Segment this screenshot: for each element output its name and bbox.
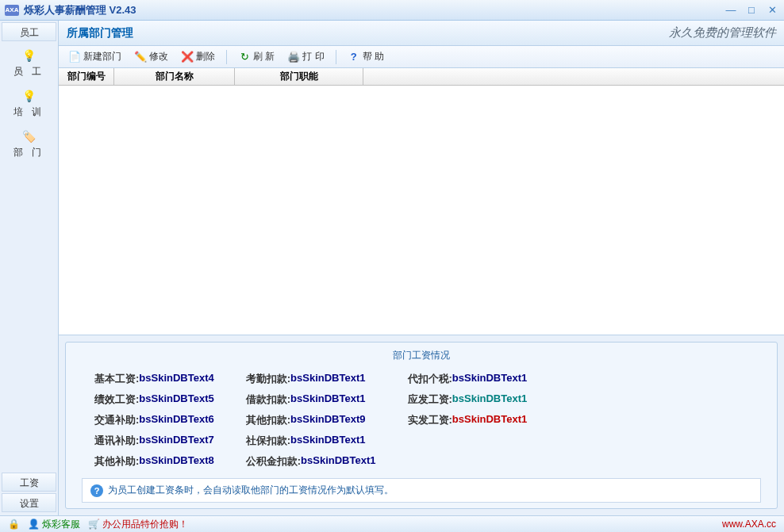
sidebar-item-settings[interactable]: 设置 [2, 493, 56, 512]
refresh-icon: ↻ [238, 51, 251, 63]
salary-value: bsSkinDBText5 [139, 392, 213, 407]
edit-button[interactable]: ✏️ 修改 [129, 48, 173, 65]
promo-link[interactable]: 🛒 办公用品特价抢购！ [88, 518, 188, 531]
help-button[interactable]: ? 帮 助 [343, 48, 389, 65]
button-label: 删除 [196, 50, 215, 63]
salary-row: 通讯补助:bsSkinDBText7 [94, 434, 214, 448]
hint-text: 为员工创建工资条时，会自动读取他部门的工资情况作为默认填写。 [108, 484, 394, 497]
app-icon: AXA [5, 5, 19, 16]
salary-row: 借款扣款:bsSkinDBText1 [246, 392, 376, 407]
column-header-name[interactable]: 部门名称 [114, 68, 235, 85]
bulb-icon: 💡 [23, 49, 36, 62]
bulb-icon: 💡 [23, 90, 36, 102]
salary-value: bsSkinDBText1 [452, 413, 527, 427]
sidebar-item-employee[interactable]: 💡 员 工 [13, 49, 44, 78]
salary-value: bsSkinDBText9 [290, 413, 365, 427]
table-body [59, 86, 784, 335]
salary-label: 考勤扣款: [246, 372, 290, 386]
sidebar-item-training[interactable]: 💡 培 训 [13, 90, 44, 119]
print-button[interactable]: 🖨️ 打 印 [282, 48, 329, 65]
salary-row: 公积金扣款:bsSkinDBText1 [246, 454, 376, 469]
page-slogan: 永久免费的管理软件 [669, 25, 776, 40]
salary-panel: 部门工资情况 基本工资:bsSkinDBText4绩效工资:bsSkinDBTe… [65, 342, 778, 509]
minimize-button[interactable]: — [724, 5, 738, 16]
sidebar-item-label: 部 门 [13, 146, 44, 159]
separator [226, 50, 227, 64]
sidebar-item-label: 员 工 [13, 65, 44, 78]
separator [336, 50, 336, 64]
tag-icon: 🏷️ [23, 130, 36, 143]
status-bar: 🔒 👤 烁彩客服 🛒 办公用品特价抢购！ www.AXA.cc [0, 515, 784, 532]
salary-label: 通讯补助: [94, 434, 139, 448]
salary-value: bsSkinDBText4 [139, 372, 213, 386]
window-title: 烁彩人事薪酬管理 V2.43 [24, 3, 724, 17]
salary-row: 实发工资:bsSkinDBText1 [408, 413, 528, 427]
salary-value: bsSkinDBText1 [301, 454, 375, 469]
salary-row: 代扣个税:bsSkinDBText1 [408, 372, 528, 386]
salary-value: bsSkinDBText1 [290, 372, 365, 386]
refresh-button[interactable]: ↻ 刷 新 [233, 48, 279, 65]
salary-row: 交通补助:bsSkinDBText6 [94, 413, 214, 427]
salary-row: 考勤扣款:bsSkinDBText1 [246, 372, 376, 386]
help-icon: ? [348, 51, 360, 63]
cart-icon: 🛒 [88, 519, 100, 530]
salary-label: 其他扣款: [246, 413, 290, 427]
salary-label: 社保扣款: [246, 434, 290, 448]
website-link[interactable]: www.AXA.cc [722, 519, 776, 530]
sidebar-item-salary[interactable]: 工资 [2, 473, 56, 492]
close-button[interactable]: ✕ [765, 5, 779, 16]
salary-panel-title: 部门工资情况 [82, 349, 761, 362]
pencil-icon: ✏️ [134, 51, 147, 63]
salary-row: 绩效工资:bsSkinDBText5 [94, 392, 214, 407]
salary-value: bsSkinDBText1 [290, 434, 365, 448]
page-header: 所属部门管理 永久免费的管理软件 [59, 21, 784, 46]
button-label: 新建部门 [83, 50, 121, 63]
salary-label: 公积金扣款: [246, 454, 301, 469]
salary-value: bsSkinDBText7 [139, 434, 213, 448]
toolbar: 📄 新建部门 ✏️ 修改 ❌ 删除 ↻ 刷 新 🖨️ 打 印 ? [59, 46, 784, 68]
salary-label: 应发工资: [408, 392, 452, 407]
customer-service-link[interactable]: 👤 烁彩客服 [28, 518, 80, 531]
salary-label: 借款扣款: [246, 392, 290, 407]
plus-icon: 📄 [68, 51, 81, 63]
delete-button[interactable]: ❌ 删除 [176, 48, 220, 65]
title-bar: AXA 烁彩人事薪酬管理 V2.43 — □ ✕ [0, 0, 784, 21]
info-icon: ? [90, 484, 103, 497]
salary-row: 其他补助:bsSkinDBText8 [94, 454, 214, 469]
sidebar-item-department[interactable]: 🏷️ 部 门 [13, 130, 44, 159]
lock-icon: 🔒 [8, 519, 20, 530]
button-label: 打 印 [302, 50, 324, 63]
printer-icon: 🖨️ [287, 51, 300, 63]
column-header-function[interactable]: 部门职能 [235, 68, 363, 85]
status-label: 办公用品特价抢购！ [102, 518, 188, 531]
table-header: 部门编号 部门名称 部门职能 [59, 68, 784, 86]
salary-label: 实发工资: [408, 413, 452, 427]
button-label: 修改 [149, 50, 168, 63]
sidebar: 员工 💡 员 工 💡 培 训 🏷️ 部 门 工资 设置 [0, 21, 59, 515]
user-icon: 👤 [28, 519, 40, 530]
sidebar-section-header[interactable]: 员工 [2, 22, 56, 41]
salary-label: 交通补助: [94, 413, 139, 427]
button-label: 帮 助 [363, 50, 384, 63]
sidebar-item-label: 培 训 [13, 105, 44, 119]
salary-label: 其他补助: [94, 454, 139, 469]
new-department-button[interactable]: 📄 新建部门 [63, 48, 126, 65]
salary-value: bsSkinDBText8 [139, 454, 213, 469]
maximize-button[interactable]: □ [744, 5, 759, 16]
salary-label: 绩效工资: [94, 392, 139, 407]
column-header-id[interactable]: 部门编号 [59, 68, 114, 85]
page-title: 所属部门管理 [67, 26, 669, 40]
salary-row: 应发工资:bsSkinDBText1 [408, 392, 528, 407]
salary-value: bsSkinDBText1 [452, 372, 527, 386]
salary-value: bsSkinDBText1 [452, 392, 527, 407]
salary-row: 基本工资:bsSkinDBText4 [94, 372, 214, 386]
salary-hint: ? 为员工创建工资条时，会自动读取他部门的工资情况作为默认填写。 [82, 478, 761, 503]
delete-icon: ❌ [181, 51, 194, 63]
salary-row: 社保扣款:bsSkinDBText1 [246, 434, 376, 448]
salary-row: 其他扣款:bsSkinDBText9 [246, 413, 376, 427]
button-label: 刷 新 [253, 50, 275, 63]
salary-label: 代扣个税: [408, 372, 452, 386]
salary-value: bsSkinDBText6 [139, 413, 213, 427]
salary-value: bsSkinDBText1 [290, 392, 365, 407]
salary-label: 基本工资: [94, 372, 139, 386]
